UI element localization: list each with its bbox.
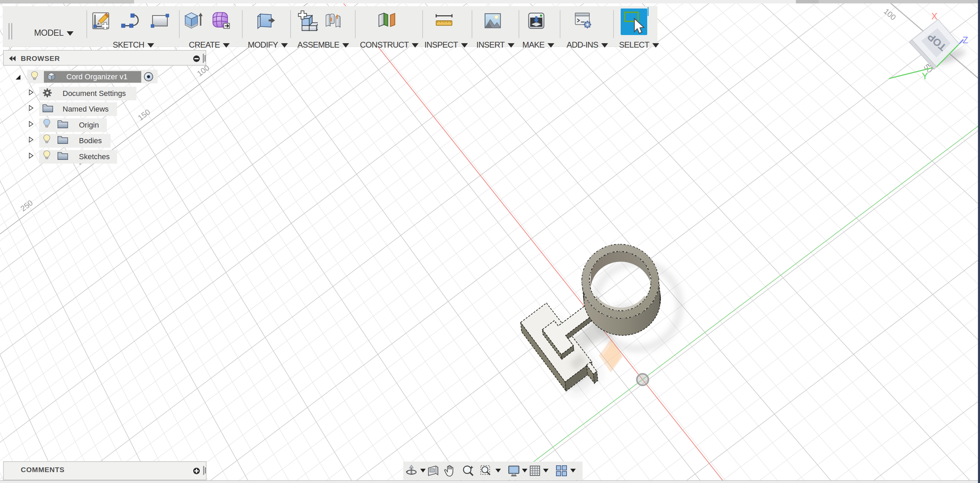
svg-text:Z: Z <box>963 35 969 45</box>
svg-text:250: 250 <box>19 198 34 213</box>
svg-text:150: 150 <box>136 108 152 122</box>
svg-text:100: 100 <box>882 7 898 22</box>
svg-text:Y: Y <box>922 71 928 81</box>
svg-text:X: X <box>931 11 937 21</box>
